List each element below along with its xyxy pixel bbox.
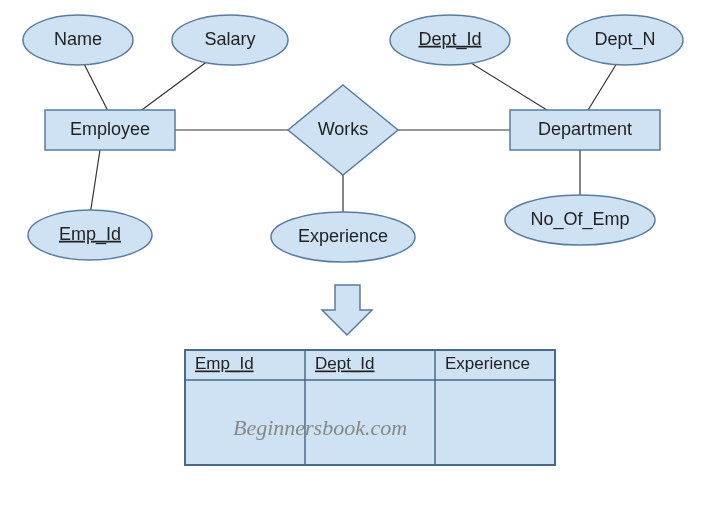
table-header-experience: Experience — [445, 354, 530, 373]
attr-experience-label: Experience — [298, 226, 388, 246]
table-header-dept-id: Dept_Id — [315, 354, 375, 373]
line-employee-empid — [90, 150, 100, 215]
arrow-down-icon — [322, 285, 372, 335]
relationship-works-label: Works — [318, 119, 369, 139]
table-header-emp-id: Emp_Id — [195, 354, 254, 373]
attr-emp-id-label: Emp_Id — [59, 224, 121, 245]
attr-dept-id-label: Dept_Id — [418, 29, 481, 50]
watermark-text: Beginnersbook.com — [233, 415, 407, 440]
attr-name-label: Name — [54, 29, 102, 49]
er-diagram: Name Salary Dept_Id Dept_N Employee Work… — [0, 0, 713, 513]
entity-department-label: Department — [538, 119, 632, 139]
attr-no-of-emp-label: No_Of_Emp — [530, 209, 629, 230]
entity-employee-label: Employee — [70, 119, 150, 139]
attr-salary-label: Salary — [204, 29, 255, 49]
attr-dept-n-label: Dept_N — [594, 29, 655, 50]
